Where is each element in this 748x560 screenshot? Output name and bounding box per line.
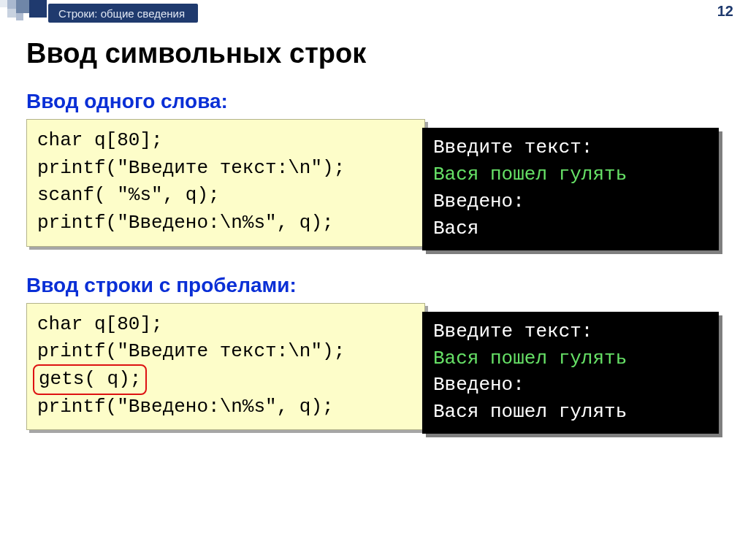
code-line: printf("Введено:\n%s", q);	[37, 396, 334, 418]
code-line: char q[80];	[37, 313, 163, 335]
terminal-input-line: Вася пошел гулять	[433, 161, 708, 188]
terminal-line: Вася	[433, 215, 708, 242]
section1-row: char q[80]; printf("Введите текст:\n"); …	[26, 119, 722, 250]
terminal-line: Введите текст:	[433, 318, 708, 345]
section2-row: char q[80]; printf("Введите текст:\n"); …	[26, 303, 722, 434]
corner-decoration-icon	[0, 0, 47, 26]
terminal-line: Введено:	[433, 188, 708, 215]
code-line: printf("Введите текст:\n");	[37, 340, 345, 362]
section2-code-block: char q[80]; printf("Введите текст:\n"); …	[26, 303, 425, 431]
section1-terminal: Введите текст: Вася пошел гулять Введено…	[422, 128, 719, 250]
section1-code-block: char q[80]; printf("Введите текст:\n"); …	[26, 119, 425, 247]
highlighted-gets-call: gets( q);	[33, 364, 147, 395]
terminal-line: Введите текст:	[433, 134, 708, 161]
terminal-line: Вася пошел гулять	[433, 399, 708, 426]
page-title: Ввод символьных строк	[26, 38, 722, 69]
breadcrumb: Строки: общие сведения	[48, 4, 198, 23]
top-bar: Строки: общие сведения 12	[0, 0, 748, 26]
terminal-line: Введено:	[433, 372, 708, 399]
terminal-input-line: Вася пошел гулять	[433, 345, 708, 372]
section2-terminal: Введите текст: Вася пошел гулять Введено…	[422, 312, 719, 434]
page-number: 12	[717, 3, 733, 20]
section2-heading: Ввод строки с пробелами:	[26, 274, 722, 297]
section1-heading: Ввод одного слова:	[26, 90, 722, 113]
